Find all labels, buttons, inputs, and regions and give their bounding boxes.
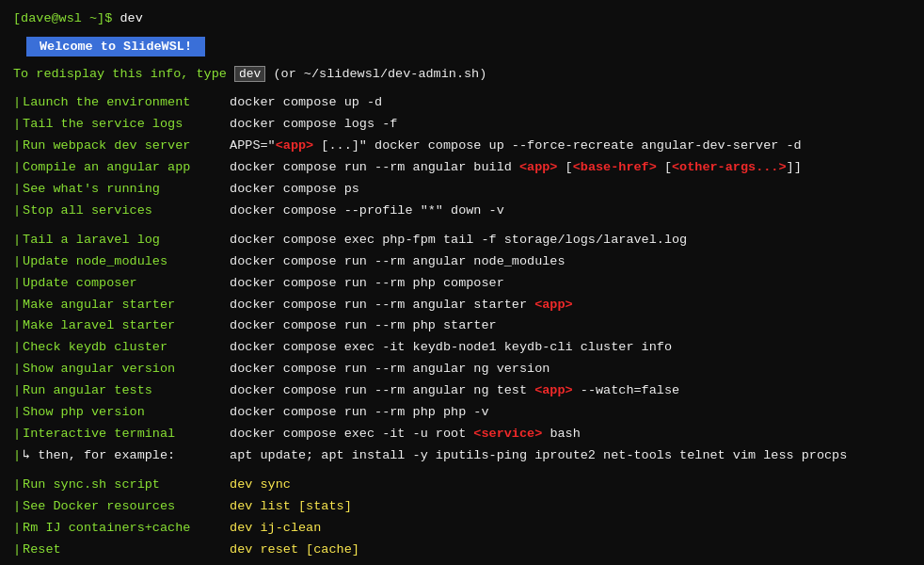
terminal: [dave@wsl ~]$ dev Welcome to SlideWSL! T… (0, 6, 924, 565)
table-row: | Run webpack dev server APPS="<app> [..… (0, 136, 924, 157)
table-row: | Interactive terminal docker compose ex… (0, 424, 924, 445)
table-row: | Tail a laravel log docker compose exec… (0, 230, 924, 251)
table-row: | Run angular tests docker compose run -… (0, 380, 924, 402)
table-row: | Show php version docker compose run --… (0, 402, 924, 424)
redisplay-text: To redisplay this info, type (13, 67, 227, 81)
table-row: | Compile an angular app docker compose … (0, 157, 924, 179)
table-row-sub: | ↳ then, for example: apt update; apt i… (0, 445, 924, 467)
table-row: | Tail the service logs docker compose l… (0, 114, 924, 136)
table-row: | Run sync.sh script dev sync (0, 475, 924, 496)
welcome-banner: Welcome to SlideWSL! (26, 37, 205, 56)
divider-1 (0, 85, 924, 92)
table-row: | See what's running docker compose ps (0, 179, 924, 201)
redisplay-suffix: (or ~/slidewsl/dev-admin.sh) (273, 67, 486, 81)
table-row: | Make angular starter docker compose ru… (0, 295, 924, 316)
table-row: | Launch the environment docker compose … (0, 92, 924, 114)
top-command: dev (119, 11, 142, 25)
dev-highlight: dev (234, 66, 274, 82)
divider-2 (0, 222, 924, 230)
table-row: | Show angular version docker compose ru… (0, 359, 924, 380)
username: [dave@wsl ~]$ (13, 11, 112, 25)
table-row: | Rm IJ containers+cache dev ij-clean (0, 518, 924, 540)
table-row: | Check keydb cluster docker compose exe… (0, 337, 924, 359)
table-row: | Reset dev reset [cache] (0, 540, 924, 561)
table-row: | Make laravel starter docker compose ru… (0, 315, 924, 337)
prompt-top: [dave@wsl ~]$ dev (0, 9, 924, 29)
table-row: | See Docker resources dev list [stats] (0, 496, 924, 518)
table-row: | Update node_modules docker compose run… (0, 251, 924, 273)
divider-3 (0, 467, 924, 475)
prompt-bottom[interactable]: [dave@wsl ~]$ (0, 561, 924, 565)
table-row: | Update composer docker compose run --r… (0, 273, 924, 295)
table-row: | Stop all services docker compose --pro… (0, 201, 924, 222)
redisplay-line: To redisplay this info, type dev (or ~/s… (0, 64, 924, 85)
